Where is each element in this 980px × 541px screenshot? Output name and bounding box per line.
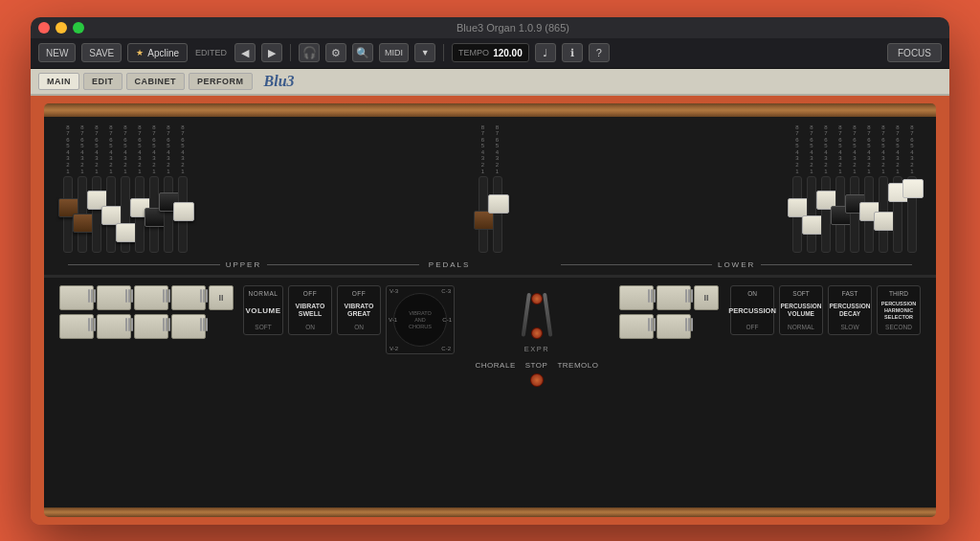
- drawbar-handle[interactable]: [101, 206, 122, 225]
- drawbar-handle[interactable]: [116, 223, 137, 242]
- separator-2: [443, 44, 444, 61]
- leslie-dot-top: [531, 293, 543, 304]
- lower-drawbar-rail: [807, 176, 816, 253]
- preset-btn-7[interactable]: [134, 314, 168, 339]
- drawbar-numbers: 87654321: [167, 124, 169, 175]
- btn-indicator: [88, 289, 90, 303]
- vibrato-swell-rocker[interactable]: OFF VIBRATOSWELL ON: [288, 285, 332, 335]
- right-preset-btn-1[interactable]: [619, 285, 654, 310]
- preset-btn-6[interactable]: [97, 314, 131, 339]
- perc-decay-rocker[interactable]: FAST PERCUSSIONDECAY SLOW: [828, 285, 872, 335]
- vibrato-swell-top: OFF: [303, 290, 318, 297]
- right-preset-btn-3[interactable]: [619, 314, 654, 339]
- right-preset-btn-4[interactable]: [657, 314, 691, 339]
- maximize-button[interactable]: [73, 22, 84, 34]
- organ-body: 87654321 87654321: [31, 96, 949, 525]
- preset-btn-1[interactable]: [59, 285, 94, 310]
- lower-drawbar-2: 87654321: [807, 124, 816, 254]
- preset-name: Apcline: [147, 48, 179, 58]
- settings-button[interactable]: ⚙: [325, 43, 346, 62]
- leslie-arm-left: [522, 293, 531, 337]
- lower-drawbar-handle[interactable]: [788, 198, 809, 217]
- perc-vol-top: SOFT: [792, 290, 809, 297]
- vc-dial[interactable]: V-3 C-3 V-2 C-2 VIBRATOANDCHORUS V-1 C-1: [386, 285, 455, 354]
- vibrato-great-rocker[interactable]: OFF VIBRATOGREAT ON: [337, 285, 381, 335]
- tremolo-label[interactable]: TREMOLO: [557, 361, 598, 370]
- lower-drawbar-handle[interactable]: [802, 215, 823, 235]
- preset-btn-2[interactable]: [97, 285, 131, 310]
- vc-label-v1: V-1: [389, 317, 397, 323]
- lower-drawbar-rail: [792, 176, 802, 253]
- volume-rocker[interactable]: NORMAL VOLUME SOFT: [243, 285, 283, 335]
- new-button[interactable]: NEW: [38, 43, 76, 62]
- stop-label[interactable]: STOP: [525, 361, 548, 370]
- drawbar-5: 87654321: [121, 124, 130, 254]
- redo-button[interactable]: ▶: [261, 43, 282, 62]
- vc-label-c3: C-3: [441, 288, 451, 294]
- tab-perform[interactable]: PERFORM: [189, 73, 253, 90]
- preset-btn-8[interactable]: [171, 314, 206, 339]
- metronome-button[interactable]: ♩: [535, 43, 556, 62]
- preset-btn-3[interactable]: [134, 285, 168, 310]
- drawbar-handle[interactable]: [173, 202, 194, 221]
- percussion-rocker[interactable]: ON PERCUSSION OFF: [730, 285, 774, 335]
- vc-label-v3: V-3: [390, 288, 398, 294]
- perc-volume-switch: SOFT PERCUSSIONVOLUME NORMAL: [779, 285, 823, 335]
- pause-btn-left[interactable]: II: [209, 285, 234, 310]
- vc-dial-section: V-3 C-3 V-2 C-2 VIBRATOANDCHORUS V-1 C-1: [386, 285, 455, 354]
- lower-drawbars: 87654321 87654321: [792, 124, 917, 254]
- headphones-button[interactable]: 🎧: [299, 43, 320, 62]
- lower-drawbar-rail: [821, 176, 831, 253]
- lower-drawbar-handle[interactable]: [874, 212, 895, 231]
- tab-edit[interactable]: EDIT: [83, 73, 122, 90]
- tab-cabinet[interactable]: CABINET: [126, 73, 186, 90]
- volume-top-label: NORMAL: [249, 290, 278, 297]
- pause-btn-right[interactable]: II: [694, 285, 719, 310]
- right-preset-btn-2[interactable]: [657, 285, 691, 310]
- focus-button[interactable]: FOCUS: [887, 43, 942, 62]
- pedal-drawbar-handle[interactable]: [474, 211, 495, 230]
- lower-drawbar-handle[interactable]: [902, 179, 924, 198]
- expr-visual: [506, 285, 568, 341]
- info-button[interactable]: ℹ: [562, 43, 583, 62]
- perc-harmonic-rocker[interactable]: THIRD PERCUSSIONHARMONICSELECTOR SECOND: [877, 285, 921, 335]
- tab-main[interactable]: MAIN: [38, 73, 79, 90]
- drawbar-handle[interactable]: [73, 214, 94, 233]
- center-expr-section: EXPR CHORALE STOP TREMOLO: [462, 285, 612, 387]
- lower-drawbar-6: 87654321: [864, 124, 874, 254]
- preset-btn-4[interactable]: [171, 285, 206, 310]
- btn-indicator: [163, 289, 165, 303]
- chorale-label[interactable]: CHORALE: [476, 361, 516, 370]
- btn-indicator: [685, 289, 687, 303]
- save-button[interactable]: SAVE: [81, 43, 122, 62]
- perc-harmonic-bottom: SECOND: [885, 324, 912, 330]
- vibrato-great-top: OFF: [352, 290, 367, 297]
- vc-label-v2: V-2: [390, 346, 398, 351]
- lower-label: LOWER: [718, 260, 755, 269]
- lower-drawbar-rail: [850, 176, 859, 253]
- wood-top: [44, 103, 936, 117]
- search-button[interactable]: 🔍: [352, 43, 373, 62]
- help-button[interactable]: ?: [589, 43, 610, 62]
- close-button[interactable]: [38, 22, 50, 34]
- drawbar-4: 87654321: [106, 124, 116, 254]
- perc-decay-switch: FAST PERCUSSIONDECAY SLOW: [828, 285, 872, 335]
- drawbar-rail: [63, 176, 73, 253]
- btn-indicator: [685, 318, 687, 331]
- preset-selector[interactable]: ★ Apcline: [127, 43, 188, 62]
- minimize-button[interactable]: [56, 22, 67, 34]
- midi-button[interactable]: MIDI: [379, 43, 409, 62]
- preset-btn-5[interactable]: [59, 314, 94, 339]
- leslie-arm-right: [543, 293, 552, 337]
- leslie-selector[interactable]: [530, 373, 544, 387]
- perc-harmonic-switch: THIRD PERCUSSIONHARMONICSELECTOR SECOND: [877, 285, 921, 335]
- drawbar-numbers: 87654321: [95, 124, 98, 175]
- btn-indicator: [648, 289, 650, 303]
- tempo-value[interactable]: 120.00: [493, 48, 523, 58]
- perc-volume-rocker[interactable]: SOFT PERCUSSIONVOLUME NORMAL: [779, 285, 823, 335]
- volume-main-label: VOLUME: [245, 306, 280, 315]
- routing-button[interactable]: ▼: [414, 43, 435, 62]
- undo-button[interactable]: ◀: [234, 43, 256, 62]
- main-window: Blue3 Organ 1.0.9 (865) NEW SAVE ★ Apcli…: [31, 17, 949, 525]
- pedal-drawbar-handle[interactable]: [488, 194, 509, 214]
